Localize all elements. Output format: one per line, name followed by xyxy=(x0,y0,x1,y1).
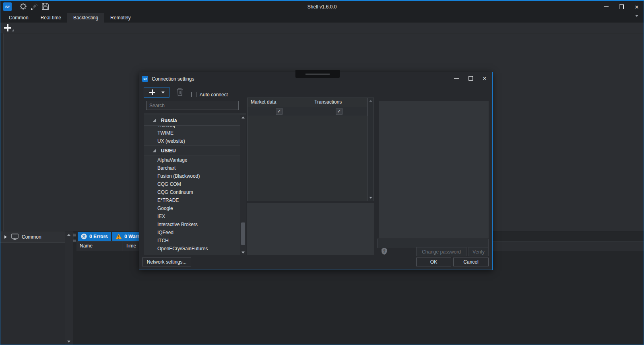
log-column-name[interactable]: Name xyxy=(76,241,122,251)
window-titlebar: S# xyxy=(0,1,644,13)
help-shield-button[interactable]: ? xyxy=(379,247,389,256)
connector-item-itch[interactable]: ITCH xyxy=(144,237,246,245)
restore-button[interactable] xyxy=(618,2,625,12)
connector-item-alphavantage[interactable]: AlphaVantage xyxy=(144,156,246,164)
connector-group-russia[interactable]: Russia xyxy=(144,115,246,126)
properties-panel xyxy=(379,101,489,238)
connector-item-ux-website[interactable]: UX (website) xyxy=(144,137,246,145)
close-icon: × xyxy=(635,4,639,10)
dialog-minimize-button[interactable] xyxy=(453,73,460,83)
expander-expanded-icon xyxy=(153,119,156,122)
add-widget-button[interactable] xyxy=(4,24,12,33)
scroll-down-icon[interactable] xyxy=(369,197,372,199)
grid-scrollbar[interactable] xyxy=(367,98,374,201)
network-settings-button[interactable]: Network settings... xyxy=(142,258,191,266)
verify-button[interactable]: Verify xyxy=(469,247,489,256)
connector-item-openecry-gainfutures[interactable]: OpenECry/GainFutures xyxy=(144,245,246,253)
connector-item-cqg-continuum[interactable]: CQG Continuum xyxy=(144,188,246,196)
close-button[interactable]: × xyxy=(633,2,640,12)
tab-remotely[interactable]: Remotely xyxy=(104,13,137,23)
connector-item-clipped: Transaq xyxy=(144,126,246,129)
connector-item-cqg-com[interactable]: CQG COM xyxy=(144,180,246,188)
auto-connect-label: Auto connect xyxy=(200,92,228,98)
dialog-logo: S# xyxy=(142,76,148,82)
tree-scrollbar[interactable] xyxy=(65,231,73,345)
auto-connect-checkbox[interactable] xyxy=(191,92,196,97)
connector-group-label: Russia xyxy=(161,118,177,123)
scroll-down-icon[interactable] xyxy=(67,341,70,343)
dropdown-caret-icon[interactable] xyxy=(161,91,165,94)
connector-item-iqfeed[interactable]: IQFeed xyxy=(144,229,246,237)
connector-item-barchart[interactable]: Barchart xyxy=(144,164,246,172)
connector-item-clipped: Quandl xyxy=(144,253,246,255)
minimize-icon xyxy=(454,78,459,79)
connections-grid: Market dataTransactions ✓✓ xyxy=(247,98,374,201)
add-menu-corner-icon[interactable] xyxy=(12,29,14,31)
minimize-button[interactable] xyxy=(603,2,610,12)
add-connection-button[interactable] xyxy=(144,87,169,98)
checkmark-icon: ✓ xyxy=(276,108,283,115)
scrollbar-thumb[interactable] xyxy=(241,222,245,245)
grip-line xyxy=(305,75,330,75)
scroll-down-icon[interactable] xyxy=(242,251,245,254)
dialog-drag-handle[interactable] xyxy=(295,70,340,78)
ok-button[interactable]: OK xyxy=(416,258,451,266)
dialog-maximize-button[interactable] xyxy=(467,73,474,83)
grid-column-transactions[interactable]: Transactions xyxy=(311,98,367,107)
connector-item-google[interactable]: Google xyxy=(144,204,246,212)
grid-filter-cell[interactable]: ✓ xyxy=(311,107,367,116)
svg-text:?: ? xyxy=(383,249,385,254)
help-shield-icon: ? xyxy=(381,247,388,256)
change-password-button[interactable]: Change password xyxy=(416,247,466,256)
log-badge-0-errors[interactable]: 0 Errors xyxy=(78,232,111,241)
scroll-up-icon[interactable] xyxy=(242,116,245,118)
close-icon: × xyxy=(483,75,487,82)
connector-item-transaq[interactable]: Transaq xyxy=(144,126,246,129)
application-window: S# xyxy=(0,0,644,345)
grid-header-row: Market dataTransactions xyxy=(248,98,374,107)
cancel-button[interactable]: Cancel xyxy=(453,258,489,266)
grip-line xyxy=(305,73,330,73)
tab-common[interactable]: Common xyxy=(3,13,35,23)
dialog-title: Connection settings xyxy=(152,76,194,82)
chevron-down-icon xyxy=(635,15,638,23)
restore-icon xyxy=(619,4,624,9)
connector-item-e-trade[interactable]: E*TRADE xyxy=(144,196,246,204)
connector-item-fusion-blackwood[interactable]: Fusion (Blackwood) xyxy=(144,172,246,180)
connector-list: RussiaTransaqTWIMEUX (website)US/EUAlpha… xyxy=(144,113,246,255)
dialog-close-button[interactable]: × xyxy=(481,73,488,83)
expander-expanded-icon xyxy=(153,149,156,152)
search-input[interactable] xyxy=(146,101,239,110)
tab-overflow-button[interactable] xyxy=(635,17,638,23)
window-controls: × xyxy=(603,1,640,13)
tree-expander-icon[interactable] xyxy=(4,235,7,239)
plus-icon xyxy=(149,89,155,96)
plus-icon xyxy=(4,24,12,32)
tab-backtesting[interactable]: Backtesting xyxy=(67,13,104,23)
connector-item-quandl[interactable]: Quandl xyxy=(144,253,246,255)
maximize-icon xyxy=(469,76,473,81)
tab-real-time[interactable]: Real-time xyxy=(35,13,67,23)
connector-item-interactive-brokers[interactable]: Interactive Brokers xyxy=(144,220,246,229)
connector-group-us-eu[interactable]: US/EU xyxy=(144,145,246,156)
connector-item-iex[interactable]: IEX xyxy=(144,212,246,220)
checkmark-icon: ✓ xyxy=(336,108,343,115)
connector-list-scrollbar[interactable] xyxy=(240,115,246,255)
panel-splitter[interactable] xyxy=(73,231,76,345)
scroll-up-icon[interactable] xyxy=(369,100,372,102)
warning-triangle-icon xyxy=(116,233,122,239)
connector-rows: RussiaTransaqTWIMEUX (website)US/EUAlpha… xyxy=(144,115,246,255)
badge-label: 0 Errors xyxy=(89,234,108,239)
dock-left-strip xyxy=(0,33,4,231)
tree-item-common[interactable]: Common xyxy=(0,231,65,243)
tree-item-label: Common xyxy=(22,234,41,240)
remove-connection-button[interactable] xyxy=(173,87,187,98)
connector-item-twime[interactable]: TWIME xyxy=(144,129,246,137)
scroll-up-icon[interactable] xyxy=(67,234,70,236)
description-panel xyxy=(247,203,374,255)
minimize-icon xyxy=(604,6,609,7)
grid-column-market-data[interactable]: Market data xyxy=(248,98,311,107)
grid-filter-row: ✓✓ xyxy=(248,107,374,116)
grid-filter-cell[interactable]: ✓ xyxy=(248,107,311,116)
connection-settings-dialog: S# Connection settings × Auto xyxy=(139,72,493,270)
